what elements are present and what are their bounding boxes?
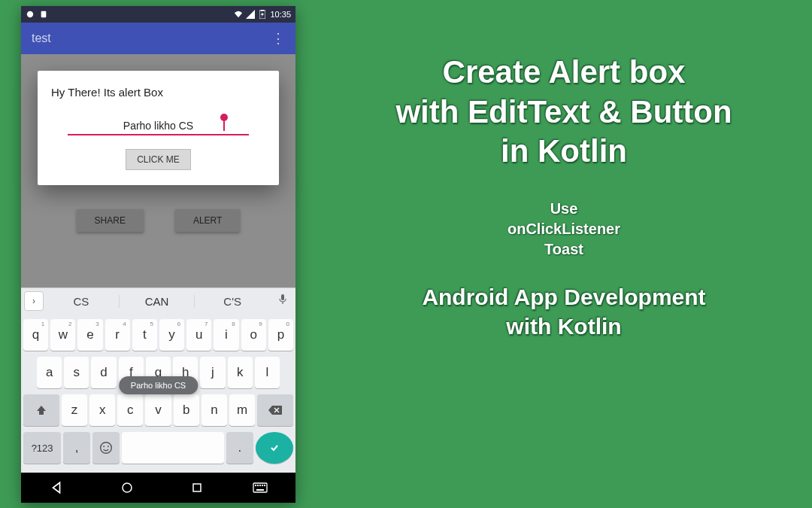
svg-rect-15 bbox=[259, 485, 261, 486]
course-line-2: with Kotlin bbox=[323, 312, 804, 341]
key-u[interactable]: u7 bbox=[186, 319, 211, 351]
headline-line-1: Create Alert box bbox=[323, 53, 804, 93]
svg-point-8 bbox=[108, 446, 109, 447]
key-j[interactable]: j bbox=[200, 357, 225, 388]
suggestion-1[interactable]: CS bbox=[44, 295, 120, 308]
battery-icon bbox=[258, 10, 267, 19]
key-z[interactable]: z bbox=[62, 394, 87, 426]
key-y[interactable]: y6 bbox=[159, 319, 184, 351]
svg-rect-1 bbox=[41, 11, 47, 17]
promo-headline: Create Alert box with EditText & Button … bbox=[323, 53, 804, 172]
key-s[interactable]: s bbox=[64, 357, 89, 388]
period-key[interactable]: . bbox=[226, 432, 253, 464]
sim-icon bbox=[39, 10, 48, 19]
key-b[interactable]: b bbox=[174, 394, 199, 426]
nav-bar bbox=[21, 473, 295, 503]
nav-back-icon[interactable] bbox=[48, 479, 65, 496]
mic-icon[interactable] bbox=[270, 294, 295, 309]
status-bar: 10:35 bbox=[21, 6, 295, 23]
toast-message: Parho likho CS bbox=[119, 376, 198, 394]
svg-point-9 bbox=[268, 442, 280, 454]
svg-rect-14 bbox=[257, 485, 259, 486]
signal-icon bbox=[246, 10, 255, 19]
alert-dialog: Hy There! Its alert Box CLICK ME bbox=[38, 71, 279, 185]
click-me-button[interactable]: CLICK ME bbox=[126, 149, 191, 170]
key-a[interactable]: a bbox=[37, 357, 62, 388]
soft-keyboard: q1 w2 e3 r4 t5 y6 u7 i8 o9 p0 a s d f g … bbox=[21, 315, 295, 473]
key-x[interactable]: x bbox=[89, 394, 115, 426]
sub-line-1: Use bbox=[323, 199, 804, 219]
svg-point-0 bbox=[27, 11, 33, 17]
space-key[interactable] bbox=[122, 432, 224, 464]
key-p[interactable]: p0 bbox=[268, 319, 293, 351]
key-l[interactable]: l bbox=[255, 357, 280, 388]
key-i[interactable]: i8 bbox=[214, 319, 238, 351]
keyboard-suggestion-bar: › CS CAN C'S bbox=[21, 287, 295, 315]
key-v[interactable]: v bbox=[145, 394, 171, 426]
suggestion-3[interactable]: C'S bbox=[195, 295, 270, 308]
backspace-key[interactable] bbox=[257, 394, 293, 426]
expand-suggestions-icon[interactable]: › bbox=[24, 291, 44, 311]
key-o[interactable]: o9 bbox=[241, 319, 266, 351]
network-dot-icon bbox=[26, 10, 35, 19]
svg-rect-17 bbox=[264, 485, 265, 486]
dialog-scrim: Hy There! Its alert Box CLICK ME SHARE A… bbox=[21, 54, 295, 287]
shift-key[interactable] bbox=[23, 394, 59, 426]
overflow-menu-icon[interactable]: ⋮ bbox=[271, 37, 285, 40]
alert-button[interactable]: ALERT bbox=[175, 209, 240, 232]
svg-rect-3 bbox=[261, 10, 264, 11]
promo-text: Create Alert box with EditText & Button … bbox=[323, 53, 804, 341]
sub-line-3: Toast bbox=[323, 239, 804, 260]
phone-frame: 10:35 test ⋮ Hy There! Its alert Box CLI… bbox=[21, 6, 295, 503]
key-r[interactable]: r4 bbox=[105, 319, 130, 351]
svg-rect-12 bbox=[253, 483, 267, 492]
svg-point-7 bbox=[103, 446, 105, 447]
svg-rect-4 bbox=[281, 294, 284, 300]
enter-key[interactable] bbox=[256, 432, 293, 464]
text-cursor-icon bbox=[223, 117, 225, 131]
dialog-title: Hy There! Its alert Box bbox=[51, 86, 265, 99]
promo-sub: Use onClickListener Toast bbox=[323, 199, 804, 260]
key-e[interactable]: e3 bbox=[77, 319, 102, 351]
nav-keyboard-switch-icon[interactable] bbox=[252, 479, 268, 496]
key-w[interactable]: w2 bbox=[50, 319, 75, 351]
key-c[interactable]: c bbox=[117, 394, 143, 426]
share-button[interactable]: SHARE bbox=[77, 209, 144, 232]
svg-point-6 bbox=[101, 443, 112, 454]
svg-rect-11 bbox=[193, 484, 201, 491]
svg-rect-16 bbox=[262, 485, 263, 486]
status-time: 10:35 bbox=[270, 10, 291, 19]
emoji-key[interactable] bbox=[92, 432, 120, 464]
svg-rect-13 bbox=[255, 485, 256, 486]
key-m[interactable]: m bbox=[229, 394, 255, 426]
edit-text-wrap bbox=[68, 118, 249, 135]
promo-course: Android App Development with Kotlin bbox=[323, 282, 804, 341]
app-title: test bbox=[32, 32, 271, 45]
symbols-key[interactable]: ?123 bbox=[23, 432, 61, 464]
main-button-row: SHARE ALERT bbox=[21, 209, 295, 232]
headline-line-2: with EditText & Button bbox=[323, 93, 804, 132]
app-bar: test ⋮ bbox=[21, 23, 295, 54]
nav-recents-icon[interactable] bbox=[189, 479, 205, 496]
comma-key[interactable]: , bbox=[63, 432, 90, 464]
svg-point-10 bbox=[123, 483, 132, 492]
course-line-1: Android App Development bbox=[323, 282, 804, 312]
key-t[interactable]: t5 bbox=[132, 319, 157, 351]
svg-rect-18 bbox=[256, 489, 264, 491]
headline-line-3: in Kotlin bbox=[323, 132, 804, 172]
key-k[interactable]: k bbox=[228, 357, 253, 388]
nav-home-icon[interactable] bbox=[119, 479, 135, 496]
key-d[interactable]: d bbox=[91, 357, 116, 388]
key-q[interactable]: q1 bbox=[23, 319, 48, 351]
key-n[interactable]: n bbox=[201, 394, 227, 426]
sub-line-2: onClickListener bbox=[323, 219, 804, 239]
wifi-icon bbox=[234, 10, 243, 19]
suggestion-2[interactable]: CAN bbox=[120, 295, 195, 308]
